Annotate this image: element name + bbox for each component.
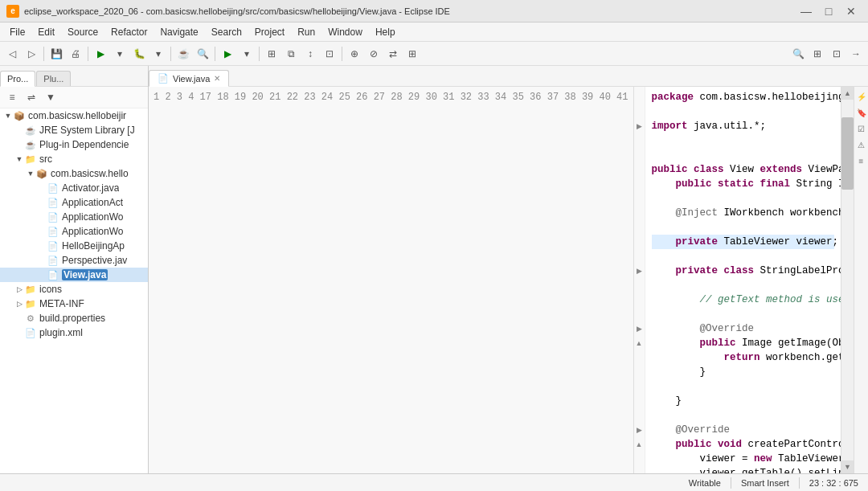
search-button[interactable]: 🔍 [789,45,807,63]
code-line [652,133,835,148]
run-button[interactable]: ▶ [92,45,109,63]
tree-item[interactable]: ▷📁META-INF [0,297,148,311]
tree-arrow[interactable] [37,227,47,236]
tab-close-button[interactable]: ✕ [214,74,220,83]
scroll-up-button[interactable]: ▲ [841,87,854,100]
quick-access-icon[interactable]: ⚡ [855,90,868,103]
tree-item[interactable]: 📄View.java [0,268,148,282]
scroll-thumb[interactable] [841,117,854,190]
open-type-button[interactable]: 🔍 [194,45,211,63]
toolbar-btn-1[interactable]: ⧉ [282,45,300,63]
external-tools-button[interactable]: ▶ [219,45,236,63]
right-scrollbar[interactable]: ▲ ▼ [841,87,854,473]
tree-item[interactable]: ☕Plug-in Dependencie [0,137,148,152]
tree-arrow[interactable]: ▷ [14,284,24,294]
menu-source[interactable]: Source [61,23,104,41]
tree-item[interactable]: 📄ApplicationWo [0,210,148,224]
print-button[interactable]: 🖨 [67,45,84,63]
tree-item[interactable]: 📄ApplicationAct [0,195,148,210]
debug-button[interactable]: 🐛 [130,45,148,63]
tree-arrow[interactable]: ▷ [14,299,24,309]
tree-item[interactable]: 📄plugin.xml [0,325,148,340]
tree-arrow[interactable] [37,241,47,251]
bookmark-icon[interactable]: 🔖 [855,106,868,119]
close-button[interactable]: ✕ [841,3,862,19]
collapse-all-button[interactable]: ≡ [3,88,21,106]
tree-item[interactable]: 📄ApplicationWo [0,224,148,239]
menu-run[interactable]: Run [291,23,321,41]
window-controls: — □ ✕ [796,3,862,19]
perspective-button[interactable]: ⊞ [263,45,280,63]
tree-item[interactable]: 📄Activator.java [0,181,148,195]
toolbar-right-1[interactable]: ⊞ [809,45,826,63]
code-line: @Override [652,321,835,336]
status-separator-2 [799,477,800,489]
menu-project[interactable]: Project [248,23,291,41]
forward-button[interactable]: ▷ [23,45,40,63]
scroll-down-button[interactable]: ▼ [841,460,854,473]
tree-item[interactable]: ⚙build.properties [0,311,148,325]
package-explorer-tab[interactable]: Pro... [0,71,35,87]
tree-arrow[interactable]: ▼ [26,169,35,178]
tree-arrow[interactable]: ▼ [3,111,13,121]
code-editor[interactable]: package com.basicsw.hellobeijing; import… [645,87,841,473]
tree-arrow[interactable] [14,140,24,149]
minimize-button[interactable]: — [796,3,817,19]
toolbar-btn-2[interactable]: ↕ [301,45,319,63]
menu-navigate[interactable]: Navigate [154,23,204,41]
menu-search[interactable]: Search [205,23,248,41]
toolbar-btn-6[interactable]: ⇄ [384,45,402,63]
tree-arrow[interactable] [14,328,24,338]
code-line: } [652,365,835,379]
menu-edit[interactable]: Edit [31,23,61,41]
menu-file[interactable]: File [3,23,31,41]
code-line: return workbench.getSharedImages().getIm… [652,350,835,365]
toolbar-btn-5[interactable]: ⊘ [365,45,383,63]
tree-item[interactable]: ▼📦com.basicsw.hello [0,166,148,181]
tree-item[interactable]: ☕JRE System Library [J [0,123,148,137]
back-button[interactable]: ◁ [3,45,21,63]
toolbar-separator-5 [259,47,260,61]
gutter-mark [634,148,645,162]
run-dropdown[interactable]: ▾ [111,45,129,63]
code-line [652,408,835,423]
tasks-icon[interactable]: ☑ [855,122,868,135]
tree-item[interactable]: 📄Perspective.jav [0,253,148,268]
outline-icon[interactable]: ≡ [855,154,868,167]
menu-help[interactable]: Help [369,23,402,41]
tree-arrow[interactable] [37,256,47,265]
new-java-button[interactable]: ☕ [174,45,192,63]
tree-arrow[interactable] [37,212,47,222]
toolbar-btn-7[interactable]: ⊞ [403,45,421,63]
scroll-track[interactable] [841,100,854,460]
toolbar-right-3[interactable]: → [847,45,865,63]
tree-label: com.basicsw.hello [51,168,129,179]
toolbar-btn-4[interactable]: ⊕ [346,45,363,63]
tree-arrow[interactable] [14,313,24,323]
tree-item[interactable]: ▼📁src [0,152,148,166]
menu-window[interactable]: Window [321,23,369,41]
external-dropdown[interactable]: ▾ [238,45,256,63]
tree-item[interactable]: ▼📦com.basicsw.hellobeijir [0,108,148,123]
editor-tab-view-java[interactable]: 📄 View.java ✕ [149,70,229,87]
toolbar-btn-3[interactable]: ⊡ [321,45,338,63]
plugins-tab[interactable]: Plu... [36,71,71,86]
code-line: package com.basicsw.hellobeijing; [652,90,835,104]
maximize-button[interactable]: □ [818,3,839,19]
code-line: @Inject IWorkbench workbench; [652,206,835,220]
tree-filter-button[interactable]: ▼ [42,88,59,106]
tree-item[interactable]: 📄HelloBeijingAp [0,239,148,253]
link-editor-button[interactable]: ⇌ [23,88,40,106]
tree-icon: 📁 [24,283,37,296]
tree-arrow[interactable] [37,183,47,193]
tree-arrow[interactable] [14,125,24,135]
save-button[interactable]: 💾 [47,45,65,63]
tree-arrow[interactable] [37,270,47,280]
tree-arrow[interactable]: ▼ [14,154,24,164]
menu-refactor[interactable]: Refactor [104,23,154,41]
tree-item[interactable]: ▷📁icons [0,282,148,297]
problems-icon[interactable]: ⚠ [855,138,868,151]
debug-dropdown[interactable]: ▾ [149,45,167,63]
tree-arrow[interactable] [37,198,47,207]
toolbar-right-2[interactable]: ⊡ [828,45,845,63]
